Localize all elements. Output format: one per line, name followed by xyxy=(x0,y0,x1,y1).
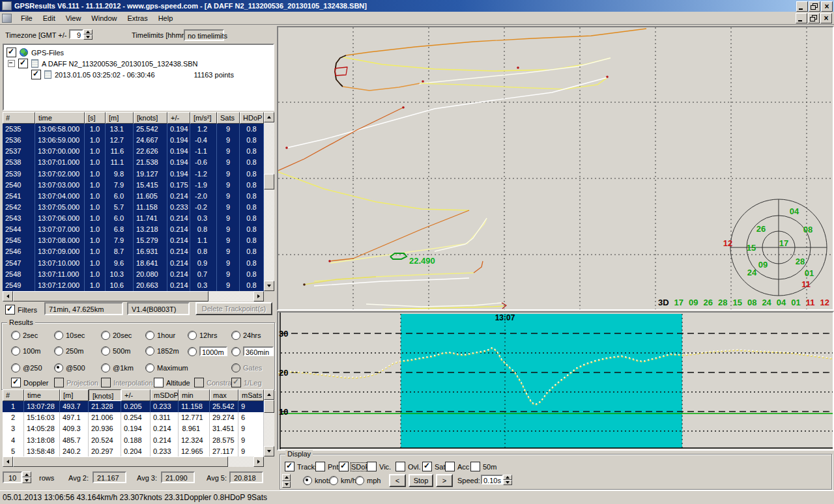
table-row[interactable]: 253913:07:02.0001.09.819.1270.194-1.290.… xyxy=(3,169,264,180)
column-header-1[interactable]: time xyxy=(35,112,85,124)
radio-knots[interactable]: knots xyxy=(303,476,332,485)
tree-item-file[interactable]: A DAFF N2_113200536_20130105_132438.SBN xyxy=(8,59,198,68)
tree-item-root[interactable]: GPS-Files xyxy=(7,48,64,57)
radio-1000m[interactable]: 1000m xyxy=(188,346,227,356)
value-input[interactable]: 1000m xyxy=(199,346,227,356)
table-row[interactable]: 254413:07:07.0001.06.813.2180.2140.890.8 xyxy=(3,224,264,235)
results-table-hscrollbar[interactable] xyxy=(3,456,264,467)
table-row[interactable]: 254713:07:10.0001.09.618.6410.2140.990.8 xyxy=(3,258,264,269)
mdi-minimize-button[interactable] xyxy=(796,13,807,23)
radio-20sec[interactable]: 20sec xyxy=(101,331,132,340)
table-row[interactable]: 413:18:08485.720.5240.1880.21412.32428.5… xyxy=(3,435,264,446)
checkbox-altitude[interactable]: Altitude xyxy=(154,378,190,387)
column-header-5[interactable]: +/- xyxy=(167,112,190,124)
column-header-0[interactable]: # xyxy=(3,389,24,401)
zoom-stepper[interactable] xyxy=(282,474,291,488)
column-header-7[interactable]: Sats xyxy=(217,112,240,124)
table-row[interactable]: 254613:07:09.0001.08.716.9310.2140.890.8 xyxy=(3,246,264,257)
trackpoint-table-hscrollbar[interactable] xyxy=(3,291,264,301)
radio-12hrs[interactable]: 12hrs xyxy=(188,331,218,340)
table-row[interactable]: 253713:07:00.0001.011.622.6260.194-1.190… xyxy=(3,146,264,157)
column-header-2[interactable]: [s] xyxy=(85,112,106,124)
table-row[interactable]: 314:05:28409.320.9360.1940.2148.96131.45… xyxy=(3,423,264,434)
value-input[interactable]: 360min xyxy=(243,346,274,356)
radio--1km[interactable]: @1km xyxy=(101,363,134,372)
column-header-3[interactable]: [m] xyxy=(106,112,134,124)
session-checkbox[interactable] xyxy=(31,70,41,79)
table-row[interactable]: 113:07:28493.721.3280.2050.23311.15825.5… xyxy=(3,401,264,412)
close-button[interactable] xyxy=(821,1,833,12)
speed-graph-panel[interactable]: 30201013:07 xyxy=(277,311,834,451)
table-row[interactable]: 254813:07:11.0001.010.320.0800.2140.790.… xyxy=(3,269,264,280)
radio-10sec[interactable]: 10sec xyxy=(54,331,85,340)
mdi-child-icon[interactable] xyxy=(2,14,12,23)
menu-edit[interactable]: Edit xyxy=(38,13,61,23)
radio-360min[interactable]: 360min xyxy=(231,346,274,356)
radio-mph[interactable]: mph xyxy=(355,476,381,485)
results-table-vscrollbar[interactable] xyxy=(264,389,274,456)
rows-stepper[interactable]: 10 xyxy=(3,471,31,483)
column-header-2[interactable]: [m] xyxy=(60,389,89,401)
speed-stepper[interactable]: 0.10s xyxy=(481,475,512,485)
column-header-8[interactable]: mSats xyxy=(238,389,264,401)
radio-500m[interactable]: 500m xyxy=(101,346,131,356)
selection-highlight[interactable] xyxy=(401,314,682,448)
menu-window[interactable]: Window xyxy=(86,13,122,23)
mdi-restore-button[interactable] xyxy=(808,13,820,23)
table-row[interactable]: 253813:07:01.0001.011.121.5380.194-0.690… xyxy=(3,157,264,168)
column-header-6[interactable]: min xyxy=(179,389,210,401)
checkbox-tracks[interactable]: Tracks xyxy=(285,462,319,471)
column-header-5[interactable]: mSDoP xyxy=(151,389,179,401)
root-checkbox[interactable] xyxy=(7,48,16,57)
table-row[interactable]: 253513:06:58.0001.013.125.5420.1941.290.… xyxy=(3,124,264,135)
delete-trackpoints-button[interactable]: Delete Trackpoint(s) xyxy=(195,302,272,315)
checkbox-pnts[interactable]: Pnts xyxy=(315,462,342,471)
column-header-1[interactable]: time xyxy=(24,389,60,401)
speed-graph-canvas[interactable]: 30201013:07 xyxy=(278,313,833,449)
table-row[interactable]: 253613:06:59.0001.012.724.6670.194-0.490… xyxy=(3,135,264,146)
column-header-8[interactable]: HDoP xyxy=(240,112,264,124)
table-row[interactable]: 215:16:03497.121.0060.2540.31112.77129.2… xyxy=(3,412,264,423)
checkbox-vic-[interactable]: Vic. xyxy=(367,462,391,471)
title-bar[interactable]: GPSResults V6.111 - 11.11.2012 - www.gps… xyxy=(0,0,834,12)
menu-help[interactable]: Help xyxy=(153,13,179,23)
table-row[interactable]: 254513:07:08.0001.07.915.2790.2141.190.8 xyxy=(3,235,264,246)
checkbox-doppler[interactable]: Doppler xyxy=(11,378,49,387)
minimize-button[interactable] xyxy=(796,1,808,12)
radio--500[interactable]: @500 xyxy=(54,363,85,372)
radio-km-h[interactable]: km/h xyxy=(329,476,356,485)
restore-button[interactable] xyxy=(809,1,820,12)
track-map-panel[interactable]: 22.4900426081215170928240111 3D170926281… xyxy=(277,26,834,311)
column-header-3[interactable]: [knots] xyxy=(89,389,121,401)
step-forward-button[interactable]: > xyxy=(436,474,453,487)
tree-item-session[interactable]: 2013.01.05 03:25:02 - 06:30:46 11163 poi… xyxy=(31,70,234,79)
checkbox-ovl-[interactable]: Ovl. xyxy=(395,462,421,471)
menu-extras[interactable]: Extras xyxy=(122,13,152,23)
track-map-canvas[interactable]: 22.4900426081215170928240111 xyxy=(278,27,833,309)
timezone-stepper[interactable]: 9 xyxy=(69,29,93,40)
trackpoint-table-vscrollbar[interactable] xyxy=(264,112,274,291)
radio-1852m[interactable]: 1852m xyxy=(145,346,179,356)
radio-2sec[interactable]: 2sec xyxy=(11,331,38,340)
table-row[interactable]: 254313:07:06.0001.06.011.7410.2140.390.8 xyxy=(3,213,264,224)
mdi-close-button[interactable] xyxy=(820,13,832,23)
column-header-6[interactable]: [m/s²] xyxy=(190,112,217,124)
radio--250[interactable]: @250 xyxy=(11,363,42,372)
radio-100m[interactable]: 100m xyxy=(11,346,41,356)
table-row[interactable]: 254013:07:03.0001.07.915.4150.175-1.990.… xyxy=(3,180,264,191)
table-row[interactable]: 513:58:48240.220.2970.2040.23312.96527.1… xyxy=(3,446,264,457)
table-row[interactable]: 254113:07:04.0001.06.011.6050.214-2.090.… xyxy=(3,191,264,202)
column-header-7[interactable]: max xyxy=(210,389,238,401)
stop-button[interactable]: Stop xyxy=(409,474,433,487)
file-checkbox[interactable] xyxy=(18,59,28,68)
step-back-button[interactable]: < xyxy=(389,474,406,487)
filters-checkbox[interactable]: Filters xyxy=(5,305,37,315)
radio-250m[interactable]: 250m xyxy=(54,346,84,356)
table-row[interactable]: 254213:07:05.0001.05.711.1580.233-0.290.… xyxy=(3,202,264,213)
collapse-icon[interactable] xyxy=(8,60,15,67)
column-header-0[interactable]: # xyxy=(3,112,35,124)
table-row[interactable]: 254913:07:12.0001.010.620.6630.2140.390.… xyxy=(3,280,264,291)
menu-view[interactable]: View xyxy=(61,13,87,23)
radio-maximum[interactable]: Maximum xyxy=(145,363,188,372)
checkbox-acc[interactable]: Acc xyxy=(445,462,469,471)
